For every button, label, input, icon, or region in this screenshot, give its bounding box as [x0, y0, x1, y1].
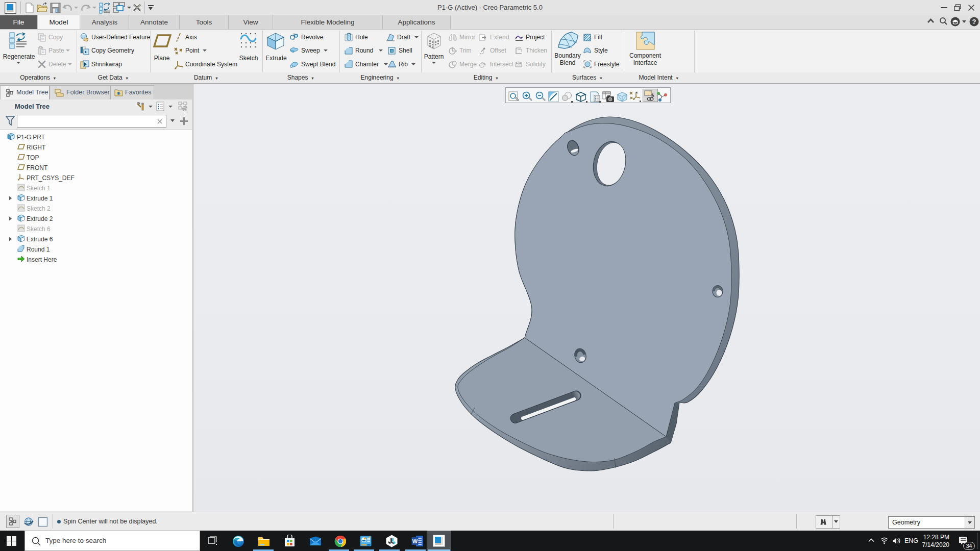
svg-text:W: W — [412, 538, 418, 544]
svg-text:?: ? — [972, 18, 976, 26]
